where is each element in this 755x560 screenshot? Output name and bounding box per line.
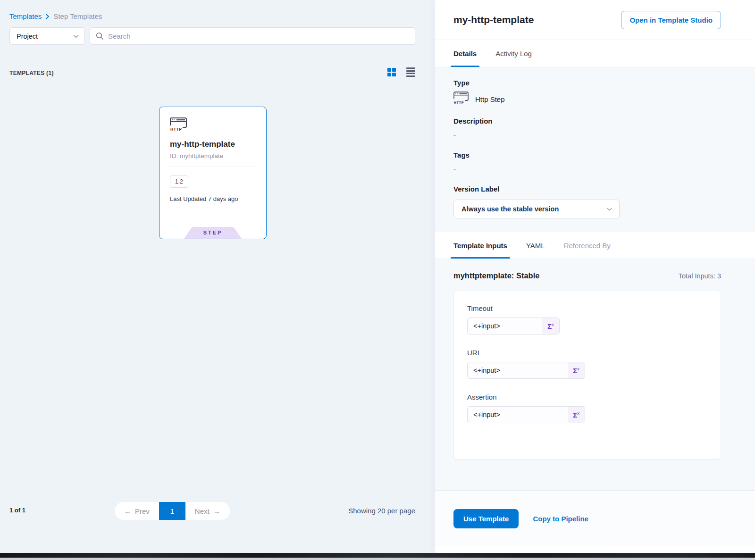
svg-text:HTTP: HTTP: [454, 100, 464, 105]
description-label: Description: [453, 117, 721, 125]
step-badge-label: STEP: [184, 230, 242, 235]
desktop-edge-bar: [0, 558, 755, 560]
template-details-drawer: my-http-template Open in Template Studio…: [434, 0, 755, 553]
svg-text:HTTP: HTTP: [170, 127, 182, 132]
http-step-icon: HTTP: [453, 92, 470, 107]
url-label: URL: [467, 349, 707, 357]
search-input[interactable]: [108, 32, 409, 40]
list-view-icon[interactable]: [406, 67, 415, 77]
expression-toggle-icon[interactable]: Σx: [542, 318, 559, 334]
templates-list-panel: Templates Step Templates Project TEMPLAT…: [0, 0, 434, 553]
assertion-label: Assertion: [467, 393, 707, 401]
version-select[interactable]: Always use the stable version: [453, 200, 620, 218]
input-group-assertion: Assertion <+input> Σx: [467, 393, 707, 423]
view-toggles: [387, 67, 416, 77]
chevron-down-icon: [606, 207, 612, 211]
inputs-tabs: Template Inputs YAML Referenced By: [435, 232, 755, 259]
page-count: 1 of 1: [9, 507, 25, 514]
card-divider: [170, 167, 256, 167]
url-value[interactable]: <+input>: [468, 362, 568, 378]
description-value: -: [453, 131, 721, 139]
input-group-url: URL <+input> Σx: [467, 349, 707, 379]
type-label: Type: [453, 79, 721, 87]
tab-referenced-by[interactable]: Referenced By: [564, 232, 611, 259]
input-group-timeout: Timeout <+input> Σx: [467, 304, 707, 334]
tab-template-inputs[interactable]: Template Inputs: [453, 232, 507, 259]
copy-to-pipeline-link[interactable]: Copy to Pipeline: [533, 515, 588, 523]
version-label: Version Label: [453, 185, 721, 193]
step-type-badge: STEP: [184, 227, 242, 239]
template-card[interactable]: HTTP my-http-template ID: myhttptemplate…: [159, 107, 267, 239]
template-card-title: my-http-template: [170, 140, 256, 149]
tags-label: Tags: [453, 151, 721, 159]
timeout-field: <+input> Σx: [467, 318, 560, 334]
use-template-button[interactable]: Use Template: [453, 509, 519, 528]
expression-toggle-icon[interactable]: Σx: [568, 407, 585, 423]
assertion-field: <+input> Σx: [467, 406, 585, 423]
arrow-left-icon: ←: [124, 507, 131, 515]
details-tabs: Details Activity Log: [435, 40, 755, 67]
open-in-template-studio-button[interactable]: Open in Template Studio: [621, 11, 721, 29]
url-field: <+input> Σx: [467, 362, 585, 379]
tab-yaml[interactable]: YAML: [526, 232, 545, 259]
breadcrumb: Templates Step Templates: [9, 12, 102, 20]
active-page-button[interactable]: 1: [159, 502, 185, 520]
drawer-title: my-http-template: [453, 14, 534, 25]
chevron-down-icon: [73, 34, 79, 38]
template-inputs-section: myhttptemplate: Stable Total Inputs: 3 T…: [435, 259, 755, 490]
desktop-edge-strip: [0, 553, 755, 558]
http-step-icon: HTTP: [170, 125, 188, 133]
templates-count-header: TEMPLATES (1): [9, 70, 54, 76]
stable-version-heading: myhttptemplate: Stable: [453, 271, 539, 280]
breadcrumb-templates-link[interactable]: Templates: [9, 12, 42, 20]
type-value: Http Step: [475, 95, 505, 103]
timeout-value[interactable]: <+input>: [468, 318, 542, 334]
version-select-value: Always use the stable version: [461, 205, 559, 213]
scope-select[interactable]: Project: [9, 27, 85, 45]
search-icon: [96, 32, 104, 40]
drawer-footer: Use Template Copy to Pipeline: [435, 490, 755, 546]
chevron-right-icon: [45, 14, 50, 19]
tab-details[interactable]: Details: [453, 40, 477, 67]
template-card-id: ID: myhttptemplate: [170, 152, 256, 159]
showing-per-page: Showing 20 per page: [348, 507, 415, 515]
total-inputs-count: Total Inputs: 3: [679, 272, 721, 280]
inputs-card: Timeout <+input> Σx URL <+input> Σx: [453, 291, 721, 460]
prev-page-button[interactable]: ← Prev: [115, 502, 159, 520]
tab-activity-log[interactable]: Activity Log: [495, 40, 532, 67]
tags-value: -: [453, 165, 721, 173]
version-chip: 1.2: [170, 176, 188, 188]
assertion-value[interactable]: <+input>: [468, 407, 568, 423]
last-updated-text: Last Updated 7 days ago: [170, 195, 256, 202]
scope-select-value: Project: [17, 33, 38, 40]
pager: ← Prev 1 Next →: [115, 502, 230, 520]
timeout-label: Timeout: [467, 304, 707, 312]
breadcrumb-current: Step Templates: [53, 12, 102, 20]
filter-controls: Project: [9, 27, 415, 45]
drawer-header: my-http-template Open in Template Studio: [435, 0, 755, 40]
grid-view-icon[interactable]: [387, 68, 396, 77]
search-box: [90, 27, 415, 45]
expression-toggle-icon[interactable]: Σx: [568, 362, 585, 378]
details-section: Type HTTP Http Step Description - Tags -…: [435, 67, 755, 232]
arrow-right-icon: →: [213, 507, 220, 515]
next-page-button[interactable]: Next →: [185, 502, 230, 520]
